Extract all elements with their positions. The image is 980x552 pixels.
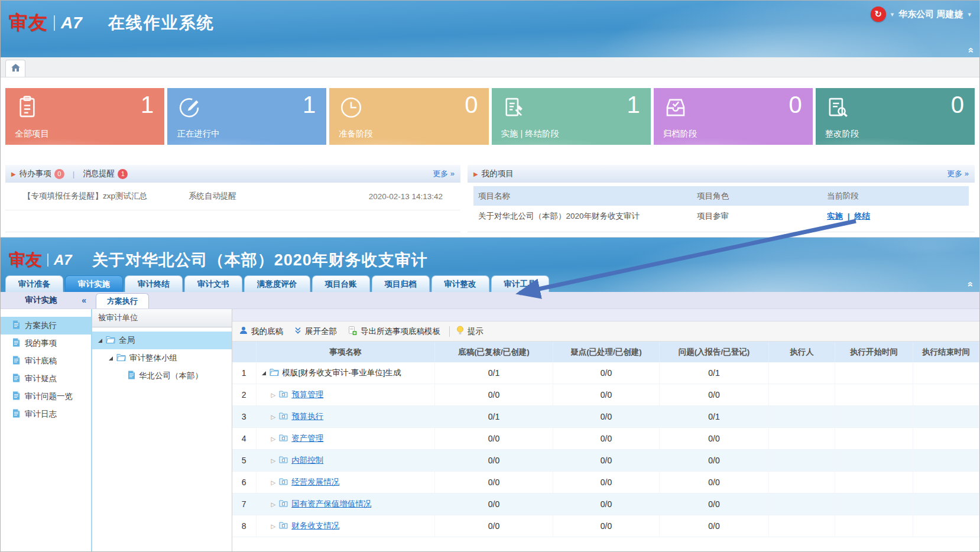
expander-closed-icon[interactable]: ▷ <box>271 392 276 398</box>
tab-satisfaction-eval[interactable]: 满意度评价 <box>244 275 310 292</box>
col-executor[interactable]: 执行人 <box>769 342 835 362</box>
col-item-name[interactable]: 事项名称 <box>256 342 435 362</box>
col-doubts[interactable]: 疑点(已处理/已创建) <box>553 342 660 362</box>
table-row[interactable]: 2 ▷ 预算管理 0/0 0/0 0/0 <box>232 384 979 406</box>
tab-project-ledger[interactable]: 项目台账 <box>312 275 370 292</box>
collapse-header-icon[interactable]: « <box>965 47 976 53</box>
item-name-link[interactable]: 内部控制 <box>291 455 323 466</box>
card-label: 准备阶段 <box>339 128 373 139</box>
stage-implement-link[interactable]: 实施 <box>827 212 843 220</box>
project-tabbar: 审计准备 审计实施 审计终结 审计文书 满意度评价 项目台账 项目归档 审计整改… <box>1 275 979 292</box>
tab-audit-documents[interactable]: 审计文书 <box>184 275 242 292</box>
logo-a7: A7 <box>61 14 82 33</box>
table-row[interactable]: 3 ▷ 预算执行 0/1 0/0 0/1 <box>232 406 979 428</box>
todo-panel-header: ▶ 待办事项 0 | 消息提醒 1 更多 » <box>5 165 460 183</box>
tab-audit-implement[interactable]: 审计实施 <box>65 275 123 292</box>
item-name-link[interactable]: 国有资产保值增值情况 <box>291 499 371 509</box>
expander-open-icon[interactable] <box>109 356 113 361</box>
draft-count: 0/0 <box>435 472 553 493</box>
tab-todo-items[interactable]: 待办事项 <box>20 168 51 179</box>
tree-node-huabei-company[interactable]: 华北公司（本部） <box>92 367 232 385</box>
sidebar-item-my-items[interactable]: 我的事项 <box>1 335 91 352</box>
caret-down-icon[interactable]: ▾ <box>891 11 894 18</box>
table-row[interactable]: 4 ▷ 资产管理 0/0 0/0 0/0 <box>232 428 979 450</box>
executor <box>769 515 835 537</box>
tab-audit-prepare[interactable]: 审计准备 <box>5 275 63 292</box>
sidebar-item-audit-drafts[interactable]: 审计底稿 <box>1 352 91 370</box>
item-name-link[interactable]: 经营发展情况 <box>291 477 339 488</box>
item-name-link[interactable]: 预算执行 <box>291 411 323 422</box>
item-name-link[interactable]: 财务收支情况 <box>291 521 339 531</box>
project-row[interactable]: 关于对华北公司（本部）2020年财务收支审计 项目参审 实施 | 终结 <box>473 206 969 227</box>
tree-node-label: 全局 <box>119 335 135 346</box>
col-start-time[interactable]: 执行开始时间 <box>835 342 913 362</box>
card-implement-conclude-stage[interactable]: 1 实施 | 终结阶段 <box>492 88 651 145</box>
sidebar-item-audit-doubts[interactable]: 审计疑点 <box>1 370 91 388</box>
item-name-link[interactable]: 资产管理 <box>291 433 323 444</box>
refresh-icon[interactable]: ↻ <box>871 7 886 22</box>
table-row[interactable]: 8 ▷ 财务收支情况 0/0 0/0 0/0 <box>232 515 979 537</box>
sidebar-collapse-icon[interactable]: « <box>82 296 86 305</box>
expander-closed-icon[interactable]: ▷ <box>271 501 276 508</box>
card-rectify-stage[interactable]: 0 整改阶段 <box>816 88 975 145</box>
sidebar-item-audit-log[interactable]: 审计日志 <box>1 405 91 423</box>
tree-node-audit-team[interactable]: 审计整体小组 <box>92 349 232 367</box>
collapse-tabbar-icon[interactable]: « <box>966 282 976 287</box>
expander-open-icon[interactable] <box>98 339 102 343</box>
col-end-time[interactable]: 执行结束时间 <box>913 342 979 362</box>
card-all-projects[interactable]: 1 全部项目 <box>5 88 164 145</box>
tree-node-global[interactable]: 全局 <box>92 332 232 349</box>
message-list-item[interactable]: 【专项填报任务提醒】zxp测试汇总 系统自动提醒 2020-02-13 14:1… <box>5 183 460 210</box>
project-stage: 实施 | 终结 <box>827 211 969 222</box>
tab-message-reminder[interactable]: 消息提醒 <box>83 168 115 179</box>
executor <box>769 472 835 493</box>
tab-audit-tools[interactable]: 审计工具 <box>491 275 549 292</box>
message-title[interactable]: 【专项填报任务提醒】zxp测试汇总 <box>23 191 189 202</box>
col-drafts[interactable]: 底稿(已复核/已创建) <box>435 342 553 362</box>
expand-all-button[interactable]: 展开全部 <box>294 326 337 337</box>
message-time: 2020-02-13 14:13:42 <box>330 192 443 201</box>
projects-more-link[interactable]: 更多 » <box>947 168 969 179</box>
user-menu[interactable]: 华东公司 周建婕 <box>898 9 963 20</box>
card-archive-stage[interactable]: 0 归档阶段 <box>654 88 813 145</box>
doubt-count: 0/0 <box>553 515 660 537</box>
toolbar-divider <box>449 326 450 337</box>
card-prepare-stage[interactable]: 0 准备阶段 <box>329 88 488 145</box>
expander-closed-icon[interactable]: ▷ <box>271 436 276 442</box>
table-row[interactable]: 1 模版[财务收支审计-事业单位]生成 0/1 0/0 0/1 <box>232 362 979 384</box>
card-in-progress[interactable]: 1 正在进行中 <box>167 88 326 145</box>
items-table-header-row: 事项名称 底稿(已复核/已创建) 疑点(已处理/已创建) 问题(入报告/已登记)… <box>232 342 979 362</box>
table-row[interactable]: 6 ▷ 经营发展情况 0/0 0/0 0/0 <box>232 472 979 493</box>
todo-more-link[interactable]: 更多 » <box>433 168 455 179</box>
end-time <box>913 450 979 472</box>
sidebar-item-plan-execution[interactable]: 方案执行 <box>1 317 91 335</box>
sidebar-item-audit-issues-list[interactable]: 审计问题一览 <box>1 388 91 405</box>
export-template-button[interactable]: 导出所选事项底稿模板 <box>348 326 440 337</box>
tab-audit-rectify[interactable]: 审计整改 <box>431 275 489 292</box>
expander-open-icon[interactable] <box>262 371 266 375</box>
expander-closed-icon[interactable]: ▷ <box>271 479 276 486</box>
stage-conclude-link[interactable]: 终结 <box>854 212 870 220</box>
issue-count: 0/0 <box>660 515 769 537</box>
expander-closed-icon[interactable]: ▷ <box>271 414 276 420</box>
col-issues[interactable]: 问题(入报告/已登记) <box>660 342 769 362</box>
tip-button[interactable]: 提示 <box>456 326 483 337</box>
item-name-link[interactable]: 预算管理 <box>291 389 323 400</box>
table-row[interactable]: 5 ▷ 内部控制 0/0 0/0 0/0 <box>232 450 979 472</box>
home-tab[interactable] <box>5 60 25 77</box>
document-icon <box>128 371 135 381</box>
document-icon <box>12 338 20 349</box>
expander-closed-icon[interactable]: ▷ <box>271 457 276 464</box>
tab-audit-conclude[interactable]: 审计终结 <box>125 275 183 292</box>
project-title: 关于对华北公司（本部）2020年财务收支审计 <box>92 249 428 271</box>
project-name[interactable]: 关于对华北公司（本部）2020年财务收支审计 <box>473 211 697 222</box>
caret-down-icon[interactable]: ▾ <box>968 11 971 18</box>
expander-closed-icon[interactable]: ▷ <box>271 523 276 530</box>
subtab-plan-execution[interactable]: 方案执行 <box>96 293 149 309</box>
table-row[interactable]: 7 ▷ 国有资产保值增值情况 0/0 0/0 0/0 <box>232 493 979 515</box>
row-number: 8 <box>232 515 256 537</box>
card-value: 0 <box>789 92 802 118</box>
end-time <box>913 362 979 384</box>
my-drafts-button[interactable]: 我的底稿 <box>239 326 283 337</box>
tab-project-archive[interactable]: 项目归档 <box>372 275 430 292</box>
